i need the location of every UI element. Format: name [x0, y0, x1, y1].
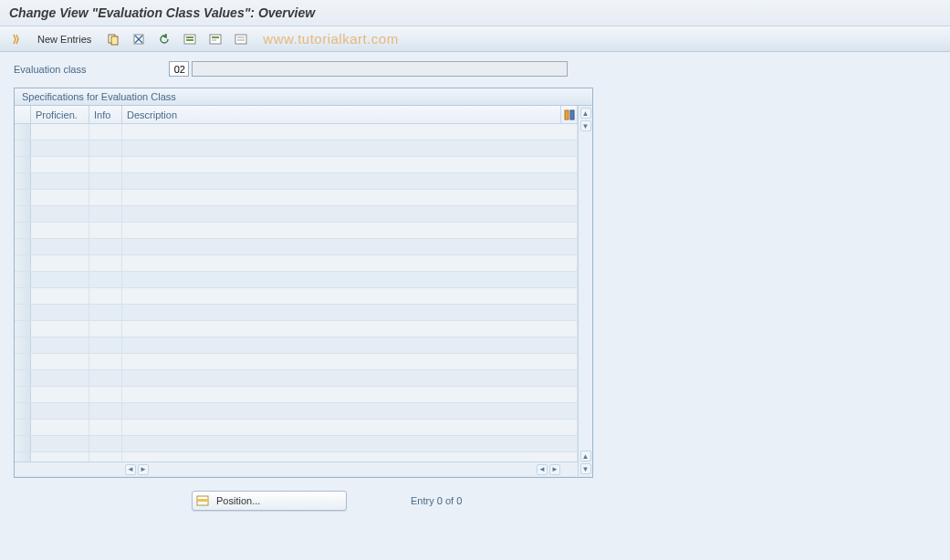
toggle-icon[interactable]	[7, 30, 29, 48]
select-block-icon[interactable]	[204, 30, 226, 48]
cell-info[interactable]	[89, 157, 122, 172]
column-proficien[interactable]: Proficien.	[31, 106, 89, 123]
cell-proficien[interactable]	[31, 337, 89, 353]
row-selector[interactable]	[15, 420, 31, 435]
cell-proficien[interactable]	[31, 272, 89, 287]
row-selector[interactable]	[15, 436, 31, 451]
cell-proficien[interactable]	[31, 452, 89, 461]
cell-info[interactable]	[89, 337, 122, 353]
scroll-left-icon[interactable]: ◄	[125, 464, 136, 475]
cell-description[interactable]	[122, 354, 578, 369]
table-row[interactable]	[15, 288, 578, 305]
table-configure-icon[interactable]	[561, 106, 578, 123]
cell-info[interactable]	[89, 403, 122, 419]
cell-description[interactable]	[122, 255, 578, 271]
cell-description[interactable]	[122, 288, 578, 304]
cell-description[interactable]	[122, 452, 578, 461]
row-selector[interactable]	[15, 370, 31, 386]
cell-proficien[interactable]	[31, 157, 89, 172]
cell-info[interactable]	[89, 206, 122, 222]
row-selector[interactable]	[15, 239, 31, 254]
cell-proficien[interactable]	[31, 403, 89, 419]
table-row[interactable]	[15, 387, 578, 403]
cell-proficien[interactable]	[31, 206, 89, 222]
column-description[interactable]: Description	[122, 106, 561, 123]
table-row[interactable]	[15, 239, 578, 255]
cell-description[interactable]	[122, 272, 578, 287]
row-selector[interactable]	[15, 272, 31, 287]
cell-info[interactable]	[89, 190, 122, 205]
deselect-all-icon[interactable]	[230, 30, 252, 48]
table-row[interactable]	[15, 337, 578, 354]
cell-info[interactable]	[89, 223, 122, 238]
column-info[interactable]: Info	[89, 106, 122, 123]
table-row[interactable]	[15, 420, 578, 436]
row-selector[interactable]	[15, 305, 31, 320]
scroll-up-end-icon[interactable]: ▲	[580, 451, 591, 461]
cell-info[interactable]	[89, 305, 122, 320]
cell-info[interactable]	[89, 255, 122, 271]
cell-description[interactable]	[122, 337, 578, 353]
evaluation-class-input[interactable]	[169, 61, 189, 77]
table-row[interactable]	[15, 157, 578, 173]
scroll-left-end-icon[interactable]: ◄	[537, 464, 548, 475]
cell-description[interactable]	[122, 387, 578, 402]
scroll-right-end-icon[interactable]: ►	[549, 464, 560, 475]
table-row[interactable]	[15, 124, 578, 140]
new-entries-button[interactable]: New Entries	[33, 30, 99, 48]
table-row[interactable]	[15, 436, 578, 452]
position-button[interactable]: Position...	[192, 491, 347, 511]
table-row[interactable]	[15, 173, 578, 190]
row-selector[interactable]	[15, 403, 31, 419]
cell-description[interactable]	[122, 157, 578, 172]
row-selector[interactable]	[15, 452, 31, 461]
cell-info[interactable]	[89, 272, 122, 287]
cell-description[interactable]	[122, 206, 578, 222]
cell-proficien[interactable]	[31, 140, 89, 156]
cell-proficien[interactable]	[31, 305, 89, 320]
undo-icon[interactable]	[153, 30, 175, 48]
cell-description[interactable]	[122, 321, 578, 337]
cell-proficien[interactable]	[31, 436, 89, 451]
cell-description[interactable]	[122, 239, 578, 254]
cell-proficien[interactable]	[31, 354, 89, 369]
cell-info[interactable]	[89, 140, 122, 156]
cell-proficien[interactable]	[31, 370, 89, 386]
scroll-right-icon[interactable]: ►	[138, 464, 149, 475]
cell-info[interactable]	[89, 173, 122, 189]
cell-proficien[interactable]	[31, 239, 89, 254]
table-row[interactable]	[15, 354, 578, 370]
table-row[interactable]	[15, 206, 578, 223]
row-selector[interactable]	[15, 140, 31, 156]
cell-description[interactable]	[122, 403, 578, 419]
row-selector[interactable]	[15, 173, 31, 189]
cell-proficien[interactable]	[31, 124, 89, 140]
cell-proficien[interactable]	[31, 190, 89, 205]
column-select[interactable]	[15, 106, 31, 123]
cell-info[interactable]	[89, 420, 122, 435]
row-selector[interactable]	[15, 190, 31, 205]
table-row[interactable]	[15, 140, 578, 157]
cell-proficien[interactable]	[31, 387, 89, 402]
cell-info[interactable]	[89, 370, 122, 386]
delete-icon[interactable]	[128, 30, 150, 48]
scroll-down-end-icon[interactable]: ▼	[580, 463, 591, 474]
cell-proficien[interactable]	[31, 223, 89, 238]
cell-description[interactable]	[122, 173, 578, 189]
table-row[interactable]	[15, 403, 578, 420]
cell-description[interactable]	[122, 140, 578, 156]
cell-description[interactable]	[122, 370, 578, 386]
scroll-up-icon[interactable]: ▲	[580, 108, 591, 119]
cell-proficien[interactable]	[31, 420, 89, 435]
cell-info[interactable]	[89, 321, 122, 337]
table-row[interactable]	[15, 272, 578, 288]
cell-description[interactable]	[122, 124, 578, 140]
evaluation-class-description-input[interactable]	[192, 61, 568, 77]
table-row[interactable]	[15, 370, 578, 387]
cell-description[interactable]	[122, 223, 578, 238]
table-row[interactable]	[15, 223, 578, 239]
cell-info[interactable]	[89, 452, 122, 461]
cell-proficien[interactable]	[31, 255, 89, 271]
row-selector[interactable]	[15, 223, 31, 238]
cell-proficien[interactable]	[31, 321, 89, 337]
